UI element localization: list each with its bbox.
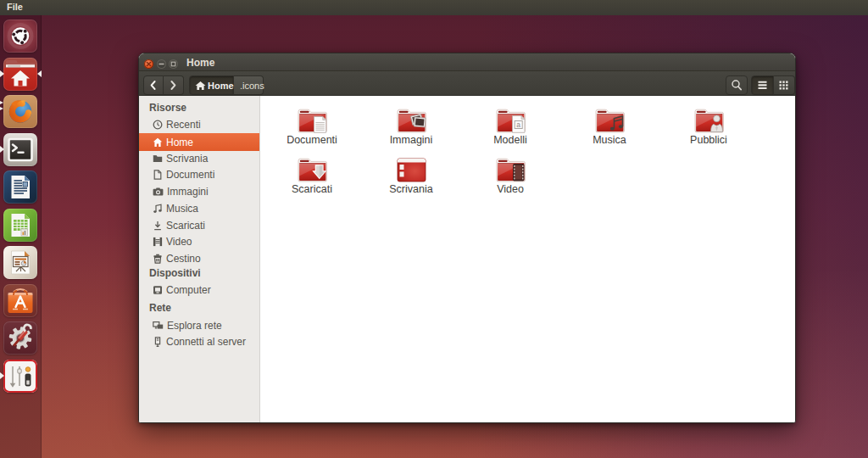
svg-text:a: a: [516, 120, 520, 129]
